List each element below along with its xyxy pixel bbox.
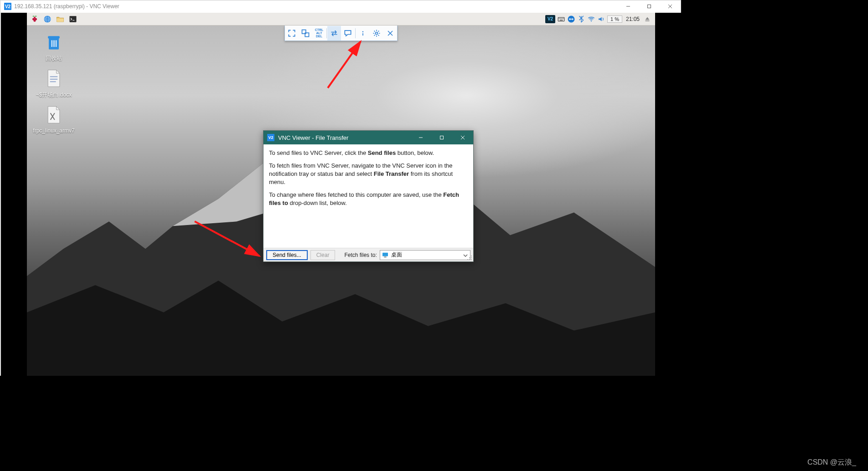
ctrl-alt-del-icon: CTRLALTDEL — [315, 28, 324, 38]
svg-point-47 — [471, 259, 472, 260]
toolbar-ctrlaltdel-button[interactable]: CTRLALTDEL — [312, 26, 326, 41]
svg-point-51 — [469, 257, 470, 258]
file-transfer-title: VNC Viewer - File Transfer — [278, 134, 348, 141]
svg-point-49 — [471, 257, 472, 258]
desktop-icon-trash[interactable]: 回收站 — [33, 31, 74, 62]
resize-grip-icon[interactable] — [467, 255, 472, 261]
desktop-icon-label: frpc_linux_armv7 — [33, 128, 74, 134]
transfer-arrows-icon — [330, 29, 339, 38]
eject-tray-icon[interactable] — [643, 14, 651, 25]
document-icon — [43, 67, 65, 89]
letterbox-left — [1, 13, 27, 376]
toolbar-settings-button[interactable] — [370, 26, 383, 41]
svg-point-48 — [469, 259, 470, 260]
letterbox-right — [655, 13, 681, 376]
svg-rect-1 — [648, 5, 651, 8]
fetch-files-label: Fetch files to: — [344, 252, 377, 258]
remote-screen[interactable]: V2 — [27, 13, 655, 376]
folder-icon — [56, 15, 65, 24]
wifi-tray-icon[interactable] — [587, 14, 595, 25]
wifi-icon — [587, 15, 595, 23]
svg-rect-26 — [48, 36, 60, 39]
volume-icon — [597, 15, 605, 23]
svg-rect-27 — [52, 40, 53, 47]
fetch-files-to-dropdown[interactable]: 桌面 — [380, 250, 470, 260]
binary-file-icon — [43, 104, 65, 126]
toolbar-file-transfer-button[interactable] — [327, 26, 341, 41]
chat-icon — [343, 29, 352, 38]
svg-point-7 — [34, 16, 36, 18]
system-tray: V2 — [545, 14, 655, 25]
vnc-dialog-icon: V2 — [267, 134, 274, 141]
fullscreen-icon — [287, 29, 296, 38]
fetch-files-value: 桌面 — [391, 251, 402, 259]
toolbar-separator — [326, 28, 327, 38]
dialog-minimize-button[interactable] — [410, 131, 431, 144]
teamviewer-icon — [567, 15, 575, 23]
svg-point-50 — [467, 259, 468, 260]
file-transfer-body: To send files to VNC Server, click the S… — [264, 144, 473, 248]
svg-rect-29 — [56, 40, 57, 47]
svg-rect-13 — [70, 16, 77, 22]
keyboard-tray-icon[interactable] — [557, 14, 565, 25]
desktop-icon-frpc[interactable]: frpc_linux_armv7 — [33, 104, 74, 134]
start-menu-button[interactable] — [29, 14, 41, 25]
terminal-button[interactable] — [67, 14, 79, 25]
toolbar-fullscreen-button[interactable] — [285, 26, 299, 41]
desktop-destination-icon — [382, 252, 388, 258]
globe-icon — [43, 15, 52, 24]
eject-icon — [643, 15, 651, 23]
volume-tray-icon[interactable] — [597, 14, 605, 25]
bluetooth-tray-icon[interactable] — [577, 14, 585, 25]
trash-icon — [43, 31, 65, 53]
dialog-maximize-button[interactable] — [431, 131, 452, 144]
send-files-button[interactable]: Send files... — [266, 250, 308, 260]
host-minimize-button[interactable] — [618, 0, 639, 12]
desktop-icon-label: ~$开场白.docx — [36, 91, 72, 99]
toolbar-close-button[interactable] — [383, 26, 397, 41]
remote-viewport: V2 — [1, 13, 681, 376]
desktop-icon-docx[interactable]: ~$开场白.docx — [33, 67, 74, 99]
web-browser-button[interactable] — [41, 14, 53, 25]
toolbar-scale-button[interactable] — [299, 26, 312, 41]
file-transfer-titlebar[interactable]: V2 VNC Viewer - File Transfer — [264, 131, 473, 144]
bluetooth-icon — [577, 15, 585, 23]
file-transfer-instruction-1: To send files to VNC Server, click the S… — [269, 149, 468, 157]
toolbar-info-button[interactable] — [356, 26, 370, 41]
host-titlebar[interactable]: V2 192.168.35.121 (raspberrypi) - VNC Vi… — [0, 0, 681, 12]
file-transfer-instruction-3: To change where files fetched to this co… — [269, 191, 468, 207]
file-transfer-dialog: V2 VNC Viewer - File Transfer To — [263, 130, 474, 262]
svg-point-6 — [34, 19, 36, 21]
dialog-close-button[interactable] — [452, 131, 473, 144]
svg-point-23 — [591, 20, 592, 21]
cpu-usage-tray[interactable]: 1 % — [607, 14, 622, 25]
svg-rect-46 — [384, 256, 386, 257]
file-transfer-footer: Send files... Clear Fetch files to: 桌面 — [264, 248, 473, 261]
desktop-icon-label: 回收站 — [46, 55, 62, 62]
toolbar-chat-button[interactable] — [341, 26, 355, 41]
svg-rect-28 — [53, 40, 55, 47]
info-icon — [358, 29, 367, 38]
file-transfer-instruction-2: To fetch files from VNC Server, navigate… — [269, 162, 468, 186]
raspberry-icon — [30, 15, 39, 24]
svg-rect-24 — [646, 20, 650, 21]
cpu-percent-label: 1 % — [607, 15, 622, 23]
remote-taskbar: V2 — [27, 13, 655, 26]
teamviewer-tray-icon[interactable] — [567, 14, 575, 25]
host-close-button[interactable] — [660, 0, 681, 12]
vnc-viewer-window: V2 192.168.35.121 (raspberrypi) - VNC Vi… — [0, 0, 681, 376]
watermark-text: CSDN @云浪_ — [807, 458, 856, 467]
scale-icon — [301, 29, 310, 38]
toolbar-separator — [355, 28, 356, 38]
file-manager-button[interactable] — [54, 14, 66, 25]
vnc-server-tray-icon[interactable]: V2 — [545, 14, 555, 25]
host-window-title: 192.168.35.121 (raspberrypi) - VNC Viewe… — [14, 3, 119, 10]
terminal-icon — [68, 15, 78, 24]
close-icon — [386, 29, 395, 38]
clock-tray[interactable]: 21:05 — [624, 14, 641, 25]
host-maximize-button[interactable] — [639, 0, 660, 12]
svg-point-52 — [471, 256, 472, 256]
svg-rect-15 — [558, 17, 564, 21]
keyboard-icon — [557, 15, 565, 23]
clear-button[interactable]: Clear — [310, 250, 336, 260]
